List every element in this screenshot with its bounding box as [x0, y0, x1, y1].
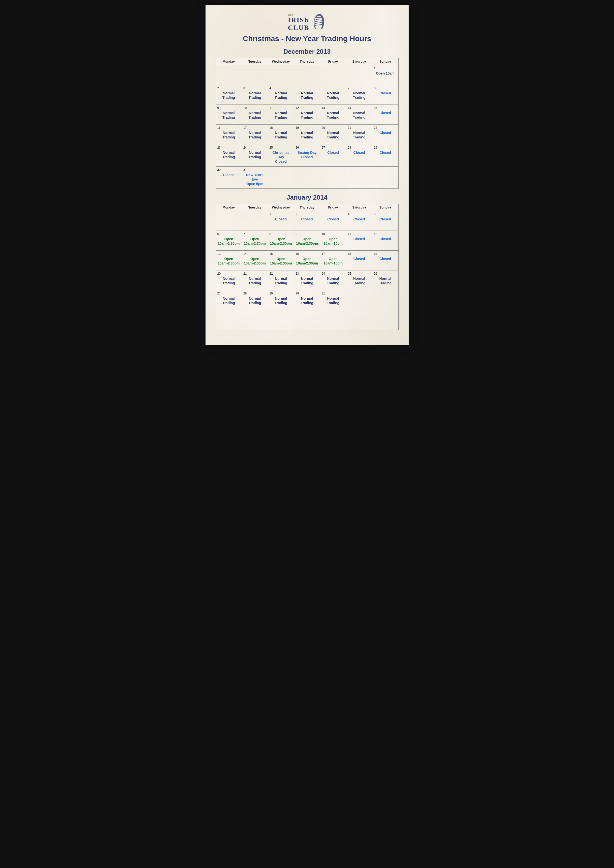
calendar-cell: 24NormalTrading: [320, 270, 346, 290]
day-content: NormalTrading: [322, 296, 345, 305]
calendar-cell: 11Closed: [346, 231, 372, 251]
day-number: 24: [243, 146, 266, 149]
calendar-cell: [320, 166, 346, 189]
calendar-cell: 1Open 10am: [372, 65, 398, 85]
day-content: NormalTrading: [295, 276, 318, 285]
logo-words: the IRISh CLUB: [288, 13, 309, 32]
page-wrapper: the IRISh CLUB Christmas - New Year Trad…: [205, 5, 409, 345]
svg-line-4: [315, 24, 322, 25]
logo-the: the: [288, 13, 309, 16]
calendar-cell: [320, 310, 346, 330]
calendar-cell: 18NormalTrading: [268, 124, 294, 144]
day-content: Open 10am: [374, 71, 396, 76]
day-number: 19: [295, 126, 318, 130]
day-content: Christmas DayClosed: [269, 150, 292, 164]
main-title: Christmas - New Year Trading Hours: [216, 34, 399, 43]
day-content: NormalTrading: [269, 276, 292, 285]
calendar-cell: 16NormalTrading: [216, 124, 242, 144]
calendar-cell: 25Christmas DayClosed: [268, 144, 294, 167]
day-content: NormalTrading: [295, 296, 318, 305]
day-number: 18: [348, 252, 371, 256]
logo-club: CLUB: [288, 24, 309, 32]
day-number: 8: [269, 232, 292, 236]
day-number: 15: [374, 106, 396, 110]
calendar-cell: [242, 211, 268, 231]
day-number: 23: [295, 272, 318, 275]
calendar-cell: 28NormalTrading: [242, 290, 268, 310]
calendar-cell: [216, 65, 242, 85]
day-content: Open10am-2.30pm: [218, 237, 240, 246]
day-number: 26: [374, 272, 396, 275]
day-content: NormalTrading: [269, 91, 292, 100]
calendar-cell: 30NormalTrading: [294, 290, 320, 310]
calendar-cell: 6NormalTrading: [320, 85, 346, 105]
day-number: 20: [218, 272, 240, 275]
day-number: 14: [348, 106, 371, 110]
day-number: 27: [218, 292, 240, 295]
day-number: 31: [322, 292, 345, 295]
day-number: 28: [243, 292, 266, 295]
calendar-cell: 13NormalTrading: [320, 105, 346, 124]
day-number: 16: [218, 126, 240, 130]
calendar-cell: [294, 65, 320, 85]
day-content: Open10am-2.30pm: [218, 257, 240, 265]
day-number: 11: [348, 232, 371, 236]
calendar-cell: 16Open10am-2.30pm: [294, 251, 320, 270]
day-content: Closed: [348, 237, 371, 241]
calendar-cell: 26Boxing DayClosed: [294, 144, 320, 167]
day-content: NormalTrading: [348, 91, 371, 100]
calendar-cell: 29Closed: [372, 144, 398, 167]
calendar-cell: 7Open10am-2.30pm: [242, 231, 268, 251]
day-content: NormalTrading: [269, 130, 292, 140]
day-number: 27: [322, 146, 345, 149]
day-number: 1: [374, 67, 396, 70]
calendar-cell: 13Open10am-2.30pm: [216, 251, 242, 270]
day-content: Closed: [374, 130, 396, 135]
calendar-cell: 5Closed: [372, 211, 398, 231]
day-number: 3: [243, 87, 266, 90]
svg-line-3: [315, 22, 322, 23]
day-number: 17: [243, 126, 266, 130]
day-content: Closed: [218, 173, 240, 177]
calendar-cell: [216, 211, 242, 231]
calendar-header: Thursday: [294, 204, 320, 211]
day-content: Closed: [322, 150, 345, 155]
day-number: 21: [348, 126, 371, 130]
calendar-cell: 14Open10am-2.30pm: [242, 251, 268, 270]
svg-line-2: [315, 20, 322, 22]
calendar-cell: 23NormalTrading: [294, 270, 320, 290]
day-content: Closed: [348, 150, 371, 155]
calendar-cell: 3NormalTrading: [242, 85, 268, 105]
calendar-cell: [346, 290, 372, 310]
day-content: Open10am-2.30pm: [243, 237, 266, 246]
calendar-cell: [346, 310, 372, 330]
day-content: Open10am-2.30pm: [269, 257, 292, 265]
day-content: Open10am-10pm: [322, 257, 345, 265]
day-number: 29: [374, 146, 396, 149]
day-number: 22: [269, 272, 292, 275]
day-content: New Years EveOpen 5pm: [243, 173, 266, 186]
day-content: NormalTrading: [374, 276, 396, 285]
day-content: Closed: [348, 257, 371, 261]
calendar-cell: 8Open10am-2.30pm: [268, 231, 294, 251]
logo-irish: IRISh: [288, 16, 309, 24]
day-number: 9: [218, 106, 240, 110]
harp-icon: [311, 12, 326, 32]
calendar-header: Monday: [216, 58, 242, 65]
calendar-cell: [268, 166, 294, 189]
day-number: 24: [322, 272, 345, 275]
calendar-cell: [372, 310, 398, 330]
calendar-cell: 14NormalTrading: [346, 105, 372, 124]
calendar-cell: [216, 310, 242, 330]
calendar-header: Saturday: [346, 58, 372, 65]
day-content: Open10am-2.30pm: [295, 257, 318, 265]
calendar-cell: 10NormalTrading: [242, 105, 268, 124]
day-number: 31: [243, 168, 266, 172]
day-number: 10: [322, 232, 345, 236]
calendar-cell: 20NormalTrading: [320, 124, 346, 144]
day-content: Closed: [295, 217, 318, 222]
day-number: 2: [218, 87, 240, 90]
calendar-cell: 23NormalTrading: [216, 144, 242, 167]
calendar-cell: 15Closed: [372, 105, 398, 124]
day-content: NormalTrading: [218, 296, 240, 305]
